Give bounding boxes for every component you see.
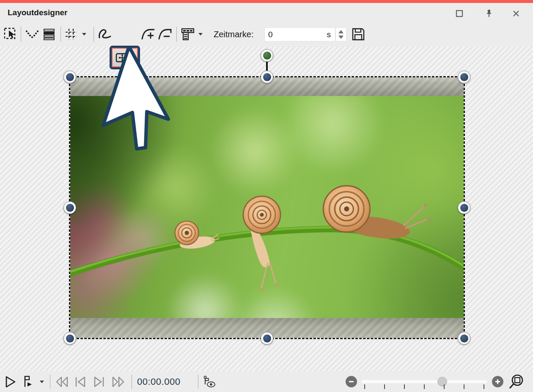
remove-camera-point-icon: [157, 27, 173, 41]
time-display: 00:00.000: [137, 371, 180, 392]
zoom-fit-icon: [507, 373, 525, 390]
play-from-marker-button[interactable]: [22, 371, 35, 392]
zeitmarke-unit: s: [327, 30, 331, 39]
handle-top-center[interactable]: [261, 71, 273, 83]
pin-icon: [485, 9, 493, 18]
keyframe-table-button[interactable]: [181, 22, 195, 47]
maximize-button[interactable]: [451, 6, 468, 21]
handle-bottom-center[interactable]: [261, 332, 273, 345]
transport-separator: [132, 375, 132, 389]
toolbar-separator: [21, 27, 21, 42]
zoom-tick: [364, 384, 365, 389]
zoom-out-button[interactable]: [346, 376, 357, 387]
layer-order-tool-icon: [42, 27, 56, 41]
rewind-icon: [55, 376, 69, 388]
previous-button[interactable]: [74, 371, 87, 392]
zoom-tick: [384, 384, 385, 389]
zeitmarke-input[interactable]: [265, 30, 316, 39]
handle-bottom-right[interactable]: [458, 332, 470, 345]
add-camera-point-icon: [140, 27, 156, 41]
chevron-down-icon: [198, 33, 203, 36]
grid-tool-button[interactable]: [64, 22, 78, 47]
titlebar: Layoutdesigner: [0, 3, 533, 22]
layout-canvas[interactable]: [0, 47, 533, 371]
remove-camera-point-button[interactable]: [157, 22, 173, 47]
grid-tool-dropdown[interactable]: [82, 22, 86, 47]
chevron-down-icon: [82, 33, 86, 36]
zoom-tick: [404, 384, 405, 389]
zoom-tick: [464, 384, 464, 389]
toolbar-separator: [60, 27, 61, 42]
transport-separator: [198, 375, 198, 389]
next-button[interactable]: [92, 371, 106, 392]
add-camera-point-button[interactable]: [140, 22, 156, 47]
spin-down-icon[interactable]: [338, 36, 343, 39]
zoom-slider-thumb[interactable]: [437, 377, 447, 387]
window-accent-bar: [0, 0, 533, 3]
layoutdesigner-window: { "window": { "title": "Layoutdesigner",…: [0, 0, 533, 392]
chevron-down-icon: [40, 381, 44, 383]
toolbar: Zeitmarke: s: [0, 22, 533, 47]
zoom-in-button[interactable]: [492, 376, 503, 387]
fast-forward-button[interactable]: [111, 371, 125, 392]
pin-button[interactable]: [481, 6, 497, 21]
zeitmarke-label: Zeitmarke:: [214, 22, 253, 47]
smooth-path-tool-button[interactable]: [25, 22, 40, 47]
handle-mid-right[interactable]: [458, 201, 470, 214]
zoom-tick: [424, 384, 425, 389]
zoom-tick: [444, 384, 445, 389]
floppy-disk-icon: [351, 27, 365, 41]
spin-up-icon[interactable]: [338, 30, 343, 33]
grid-tool-icon: [64, 27, 78, 41]
marker-visibility-button[interactable]: [202, 371, 217, 392]
next-icon: [92, 376, 106, 388]
marker-eye-icon: [202, 375, 217, 389]
keyframe-table-dropdown[interactable]: [198, 22, 203, 47]
handle-bottom-left[interactable]: [63, 332, 76, 345]
zoom-tick: [484, 384, 484, 389]
minus-icon: [348, 378, 354, 385]
maximize-icon: [456, 10, 463, 17]
select-tool-icon: [3, 27, 18, 41]
play-from-marker-icon: [22, 375, 35, 389]
play-options-dropdown[interactable]: [40, 371, 44, 392]
plus-icon: [495, 378, 501, 385]
close-icon: [512, 10, 520, 17]
close-button[interactable]: [508, 6, 525, 21]
zoom-fit-button[interactable]: [507, 371, 525, 392]
select-tool-button[interactable]: [3, 22, 18, 47]
play-button[interactable]: [3, 371, 17, 392]
handle-top-left[interactable]: [63, 71, 76, 83]
toolbar-separator: [93, 27, 94, 42]
save-button[interactable]: [351, 22, 365, 47]
handle-mid-left[interactable]: [63, 201, 76, 214]
fast-forward-icon: [111, 376, 125, 388]
smooth-path-tool-icon: [25, 27, 40, 41]
rewind-button[interactable]: [55, 371, 69, 392]
zeitmarke-spinner[interactable]: [335, 27, 346, 41]
motion-path-tool-button[interactable]: [97, 22, 112, 47]
zeitmarke-field: s: [264, 27, 335, 41]
rotate-handle[interactable]: [261, 49, 273, 62]
previous-icon: [74, 376, 87, 388]
zoom-slider-track[interactable]: [361, 380, 488, 384]
transport-bar: 00:00.000: [0, 371, 533, 392]
play-icon: [3, 375, 17, 389]
keyframe-table-icon: [181, 27, 195, 41]
motion-path-tool-icon: [97, 27, 112, 41]
layer-order-tool-button[interactable]: [42, 22, 56, 47]
window-title: Layoutdesigner: [8, 8, 67, 17]
tutorial-cursor-arrow: [97, 47, 173, 155]
transport-separator: [50, 375, 50, 389]
toolbar-separator: [176, 27, 177, 42]
handle-top-right[interactable]: [458, 71, 470, 83]
